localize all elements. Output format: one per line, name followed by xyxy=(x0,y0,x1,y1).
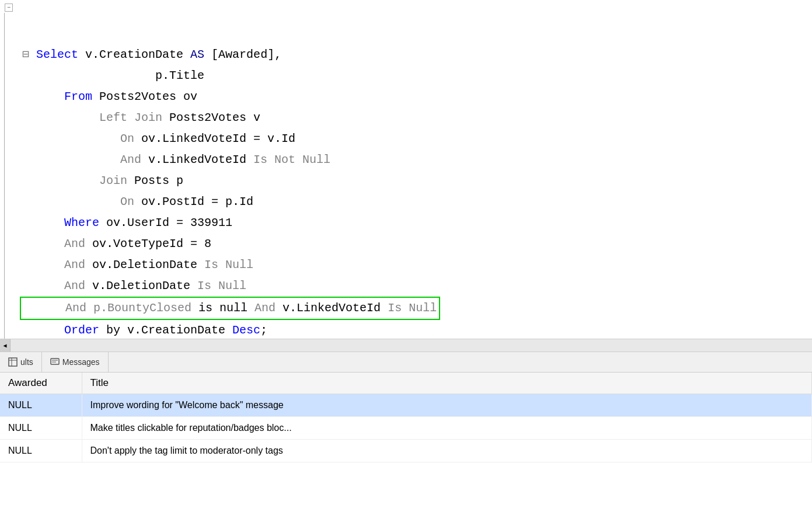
cell-title: Improve wording for "Welcome back" messa… xyxy=(82,394,812,417)
results-table: Awarded Title NULLImprove wording for "W… xyxy=(0,373,812,462)
code-token: Select xyxy=(36,48,78,61)
code-token: ov.DeletionDate xyxy=(85,258,204,272)
table-row[interactable]: NULLMake titles clickable for reputation… xyxy=(0,417,812,440)
code-token: And xyxy=(255,301,276,315)
tabs-bar: ults Messages xyxy=(0,352,812,373)
code-token xyxy=(22,216,64,229)
code-line-line11: And ov.DeletionDate Is Null xyxy=(18,255,812,276)
horizontal-scrollbar[interactable]: ◀ xyxy=(0,339,812,352)
code-token: by v.CreationDate xyxy=(99,323,232,337)
code-line-line2: p.Title xyxy=(18,65,812,86)
code-token: p.Title xyxy=(22,69,204,82)
code-line-line9: Where ov.UserId = 339911 xyxy=(18,213,812,234)
code-line-line13: And p.BountyClosed is null And v.LinkedV… xyxy=(18,297,812,320)
table-row[interactable]: NULLImprove wording for "Welcome back" m… xyxy=(0,394,812,417)
svg-rect-0 xyxy=(9,358,17,366)
table-row[interactable]: NULLDon't apply the tag limit to moderat… xyxy=(0,440,812,462)
code-token xyxy=(22,195,120,208)
code-line-line3: From Posts2Votes ov xyxy=(18,86,812,107)
cell-awarded: NULL xyxy=(0,394,82,417)
code-token: ; xyxy=(260,323,267,337)
code-token: Is Null xyxy=(388,301,437,315)
code-content: ⊟ Select v.CreationDate AS [Awarded], p.… xyxy=(18,0,812,339)
code-token xyxy=(22,90,64,103)
code-token: Is Null xyxy=(197,279,246,293)
cell-title: Don't apply the tag limit to moderator-o… xyxy=(82,440,812,462)
cell-title: Make titles clickable for reputation/bad… xyxy=(82,417,812,440)
code-token xyxy=(22,111,99,124)
code-token xyxy=(22,279,64,293)
code-token: On xyxy=(120,195,134,208)
code-token: v.LinkedVoteId xyxy=(141,153,253,166)
code-line-line6: And v.LinkedVoteId Is Not Null xyxy=(18,149,812,171)
table-header-row: Awarded Title xyxy=(0,373,812,394)
messages-tab-label: Messages xyxy=(62,357,100,367)
code-token xyxy=(22,323,64,337)
code-token: Where xyxy=(64,216,99,229)
code-line-line8: On ov.PostId = p.Id xyxy=(18,192,812,213)
code-token: Join xyxy=(99,174,127,187)
code-token: AS xyxy=(190,48,204,61)
code-token: Posts2Votes ov xyxy=(92,90,197,103)
code-token xyxy=(22,174,99,187)
code-line-line4: Left Join Posts2Votes v xyxy=(18,107,812,128)
cell-awarded: NULL xyxy=(0,440,82,462)
code-token: From xyxy=(64,90,92,103)
code-token xyxy=(22,153,120,166)
code-token: ov.PostId = p.Id xyxy=(134,195,253,208)
scroll-track[interactable] xyxy=(11,339,812,352)
code-token: Order xyxy=(64,323,99,337)
code-token: ov.UserId = 339911 xyxy=(99,216,232,229)
collapse-button[interactable]: − xyxy=(5,4,13,12)
code-token: [Awarded], xyxy=(204,48,281,61)
code-token: ⊟ xyxy=(22,48,36,61)
code-token xyxy=(22,237,64,250)
code-line-line7: Join Posts p xyxy=(18,171,812,192)
message-icon xyxy=(50,357,60,367)
code-token: is null xyxy=(198,301,255,315)
header-title: Title xyxy=(82,373,812,394)
code-line-line10: And ov.VoteTypeId = 8 xyxy=(18,234,812,255)
code-token: And xyxy=(120,153,141,166)
scroll-left-arrow[interactable]: ◀ xyxy=(0,339,11,352)
code-editor: − ⊟ Select v.CreationDate AS [Awarded], … xyxy=(0,0,812,339)
highlighted-code-line: And p.BountyClosed is null And v.LinkedV… xyxy=(20,297,440,320)
tab-messages[interactable]: Messages xyxy=(42,352,109,372)
header-awarded: Awarded xyxy=(0,373,82,394)
results-area: Awarded Title NULLImprove wording for "W… xyxy=(0,373,812,508)
line-gutter: − xyxy=(0,0,18,339)
svg-rect-3 xyxy=(51,359,59,364)
code-line-line12: And v.DeletionDate Is Null xyxy=(18,276,812,297)
cell-awarded: NULL xyxy=(0,417,82,440)
code-token: Is Not Null xyxy=(253,153,330,166)
code-token: And xyxy=(64,237,85,250)
code-token: And p.BountyClosed xyxy=(23,301,198,315)
code-token: Is Null xyxy=(204,258,253,272)
code-line-line14: Order by v.CreationDate Desc; xyxy=(18,320,812,339)
code-token: v.CreationDate xyxy=(78,48,190,61)
code-token xyxy=(22,258,64,272)
code-token: Desc xyxy=(232,323,260,337)
vertical-line xyxy=(4,13,5,339)
table-icon xyxy=(8,357,18,367)
results-tab-label: ults xyxy=(20,357,33,367)
code-token: ov.LinkedVoteId = v.Id xyxy=(134,132,295,145)
tab-results[interactable]: ults xyxy=(0,352,42,372)
code-token: On xyxy=(120,132,134,145)
code-token: Left Join xyxy=(99,111,162,124)
code-token: Posts2Votes v xyxy=(162,111,260,124)
code-line-line5: On ov.LinkedVoteId = v.Id xyxy=(18,128,812,149)
code-line-line1: ⊟ Select v.CreationDate AS [Awarded], xyxy=(18,44,812,65)
code-token: And xyxy=(64,279,85,293)
code-token: Posts p xyxy=(127,174,183,187)
code-token xyxy=(22,132,120,145)
code-token: And xyxy=(64,258,85,272)
code-token: v.DeletionDate xyxy=(85,279,197,293)
code-token: ov.VoteTypeId = 8 xyxy=(85,237,211,250)
code-token: v.LinkedVoteId xyxy=(276,301,388,315)
